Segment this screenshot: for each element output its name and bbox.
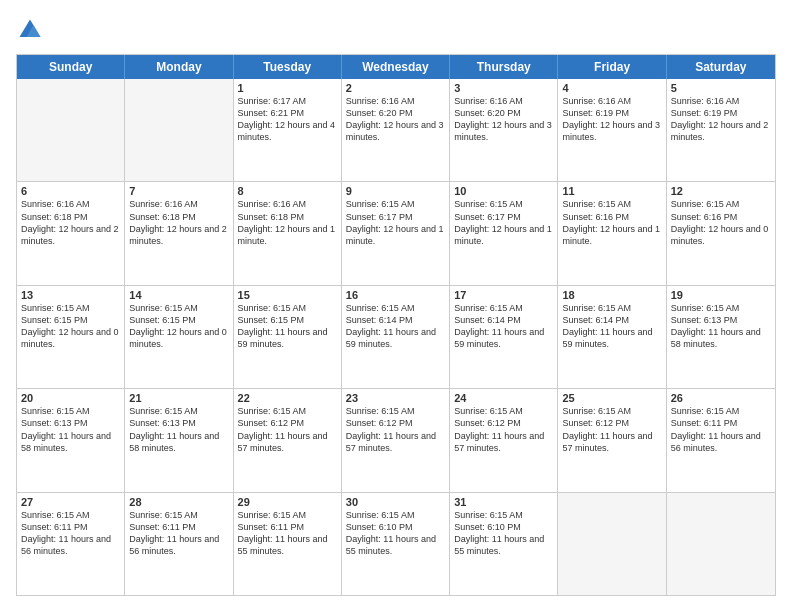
day-number: 21 [129,392,228,404]
day-info: Sunrise: 6:15 AM Sunset: 6:16 PM Dayligh… [671,198,771,247]
day-number: 16 [346,289,445,301]
day-number: 14 [129,289,228,301]
day-number: 7 [129,185,228,197]
calendar-day-22: 22Sunrise: 6:15 AM Sunset: 6:12 PM Dayli… [234,389,342,491]
day-info: Sunrise: 6:16 AM Sunset: 6:18 PM Dayligh… [129,198,228,247]
day-header-wednesday: Wednesday [342,55,450,79]
day-info: Sunrise: 6:15 AM Sunset: 6:13 PM Dayligh… [21,405,120,454]
day-info: Sunrise: 6:15 AM Sunset: 6:15 PM Dayligh… [129,302,228,351]
day-info: Sunrise: 6:15 AM Sunset: 6:13 PM Dayligh… [129,405,228,454]
calendar-day-3: 3Sunrise: 6:16 AM Sunset: 6:20 PM Daylig… [450,79,558,181]
day-info: Sunrise: 6:15 AM Sunset: 6:11 PM Dayligh… [671,405,771,454]
day-info: Sunrise: 6:15 AM Sunset: 6:12 PM Dayligh… [238,405,337,454]
day-info: Sunrise: 6:15 AM Sunset: 6:11 PM Dayligh… [238,509,337,558]
day-header-friday: Friday [558,55,666,79]
logo-icon [16,16,44,44]
calendar-day-15: 15Sunrise: 6:15 AM Sunset: 6:15 PM Dayli… [234,286,342,388]
day-header-sunday: Sunday [17,55,125,79]
calendar-row-4: 20Sunrise: 6:15 AM Sunset: 6:13 PM Dayli… [17,388,775,491]
day-info: Sunrise: 6:15 AM Sunset: 6:15 PM Dayligh… [238,302,337,351]
day-info: Sunrise: 6:16 AM Sunset: 6:18 PM Dayligh… [238,198,337,247]
calendar-day-1: 1Sunrise: 6:17 AM Sunset: 6:21 PM Daylig… [234,79,342,181]
calendar-day-2: 2Sunrise: 6:16 AM Sunset: 6:20 PM Daylig… [342,79,450,181]
day-number: 30 [346,496,445,508]
day-info: Sunrise: 6:15 AM Sunset: 6:12 PM Dayligh… [562,405,661,454]
day-info: Sunrise: 6:16 AM Sunset: 6:18 PM Dayligh… [21,198,120,247]
calendar-day-8: 8Sunrise: 6:16 AM Sunset: 6:18 PM Daylig… [234,182,342,284]
day-info: Sunrise: 6:15 AM Sunset: 6:17 PM Dayligh… [346,198,445,247]
calendar-day-4: 4Sunrise: 6:16 AM Sunset: 6:19 PM Daylig… [558,79,666,181]
calendar-day-11: 11Sunrise: 6:15 AM Sunset: 6:16 PM Dayli… [558,182,666,284]
day-number: 18 [562,289,661,301]
day-info: Sunrise: 6:16 AM Sunset: 6:20 PM Dayligh… [454,95,553,144]
calendar-day-14: 14Sunrise: 6:15 AM Sunset: 6:15 PM Dayli… [125,286,233,388]
day-number: 9 [346,185,445,197]
day-info: Sunrise: 6:15 AM Sunset: 6:14 PM Dayligh… [562,302,661,351]
day-number: 24 [454,392,553,404]
day-number: 10 [454,185,553,197]
day-number: 25 [562,392,661,404]
logo [16,16,48,44]
day-info: Sunrise: 6:15 AM Sunset: 6:10 PM Dayligh… [454,509,553,558]
calendar-day-23: 23Sunrise: 6:15 AM Sunset: 6:12 PM Dayli… [342,389,450,491]
calendar-row-1: 1Sunrise: 6:17 AM Sunset: 6:21 PM Daylig… [17,79,775,181]
calendar-day-25: 25Sunrise: 6:15 AM Sunset: 6:12 PM Dayli… [558,389,666,491]
day-number: 4 [562,82,661,94]
calendar-day-21: 21Sunrise: 6:15 AM Sunset: 6:13 PM Dayli… [125,389,233,491]
calendar-empty [667,493,775,595]
day-number: 27 [21,496,120,508]
calendar-day-31: 31Sunrise: 6:15 AM Sunset: 6:10 PM Dayli… [450,493,558,595]
day-header-tuesday: Tuesday [234,55,342,79]
day-number: 11 [562,185,661,197]
calendar-empty [17,79,125,181]
calendar-day-7: 7Sunrise: 6:16 AM Sunset: 6:18 PM Daylig… [125,182,233,284]
calendar-day-24: 24Sunrise: 6:15 AM Sunset: 6:12 PM Dayli… [450,389,558,491]
day-number: 23 [346,392,445,404]
day-number: 31 [454,496,553,508]
day-info: Sunrise: 6:15 AM Sunset: 6:14 PM Dayligh… [346,302,445,351]
calendar-day-12: 12Sunrise: 6:15 AM Sunset: 6:16 PM Dayli… [667,182,775,284]
day-info: Sunrise: 6:15 AM Sunset: 6:13 PM Dayligh… [671,302,771,351]
calendar-day-13: 13Sunrise: 6:15 AM Sunset: 6:15 PM Dayli… [17,286,125,388]
day-info: Sunrise: 6:15 AM Sunset: 6:12 PM Dayligh… [454,405,553,454]
calendar-day-28: 28Sunrise: 6:15 AM Sunset: 6:11 PM Dayli… [125,493,233,595]
day-number: 19 [671,289,771,301]
day-info: Sunrise: 6:15 AM Sunset: 6:11 PM Dayligh… [21,509,120,558]
day-info: Sunrise: 6:16 AM Sunset: 6:19 PM Dayligh… [562,95,661,144]
header [16,16,776,44]
calendar-row-5: 27Sunrise: 6:15 AM Sunset: 6:11 PM Dayli… [17,492,775,595]
day-info: Sunrise: 6:15 AM Sunset: 6:14 PM Dayligh… [454,302,553,351]
calendar-day-5: 5Sunrise: 6:16 AM Sunset: 6:19 PM Daylig… [667,79,775,181]
calendar-day-30: 30Sunrise: 6:15 AM Sunset: 6:10 PM Dayli… [342,493,450,595]
day-info: Sunrise: 6:15 AM Sunset: 6:15 PM Dayligh… [21,302,120,351]
page: SundayMondayTuesdayWednesdayThursdayFrid… [0,0,792,612]
calendar-day-29: 29Sunrise: 6:15 AM Sunset: 6:11 PM Dayli… [234,493,342,595]
day-number: 29 [238,496,337,508]
calendar-day-20: 20Sunrise: 6:15 AM Sunset: 6:13 PM Dayli… [17,389,125,491]
day-number: 3 [454,82,553,94]
day-info: Sunrise: 6:17 AM Sunset: 6:21 PM Dayligh… [238,95,337,144]
calendar-row-3: 13Sunrise: 6:15 AM Sunset: 6:15 PM Dayli… [17,285,775,388]
calendar-day-17: 17Sunrise: 6:15 AM Sunset: 6:14 PM Dayli… [450,286,558,388]
day-number: 13 [21,289,120,301]
day-number: 5 [671,82,771,94]
calendar-day-19: 19Sunrise: 6:15 AM Sunset: 6:13 PM Dayli… [667,286,775,388]
calendar-day-9: 9Sunrise: 6:15 AM Sunset: 6:17 PM Daylig… [342,182,450,284]
day-number: 1 [238,82,337,94]
day-number: 22 [238,392,337,404]
day-number: 12 [671,185,771,197]
day-number: 17 [454,289,553,301]
day-number: 6 [21,185,120,197]
day-number: 20 [21,392,120,404]
day-number: 8 [238,185,337,197]
day-info: Sunrise: 6:16 AM Sunset: 6:19 PM Dayligh… [671,95,771,144]
calendar-empty [125,79,233,181]
day-info: Sunrise: 6:15 AM Sunset: 6:12 PM Dayligh… [346,405,445,454]
day-number: 28 [129,496,228,508]
day-header-saturday: Saturday [667,55,775,79]
day-info: Sunrise: 6:15 AM Sunset: 6:10 PM Dayligh… [346,509,445,558]
day-header-thursday: Thursday [450,55,558,79]
day-info: Sunrise: 6:15 AM Sunset: 6:11 PM Dayligh… [129,509,228,558]
day-info: Sunrise: 6:15 AM Sunset: 6:17 PM Dayligh… [454,198,553,247]
day-number: 2 [346,82,445,94]
